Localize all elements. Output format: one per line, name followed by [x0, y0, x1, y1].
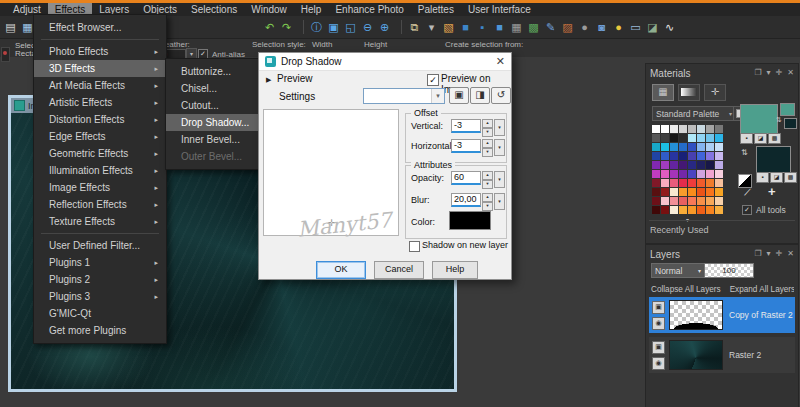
- gradient-style-icon[interactable]: ◪: [770, 172, 783, 183]
- materials-panel-titlebar[interactable]: Materials ❐ ▾ ✛ ✕: [646, 64, 798, 80]
- color-swatch[interactable]: [688, 152, 696, 160]
- layers-link-collapse-all-layers[interactable]: Collapse All Layers: [651, 285, 721, 294]
- menu-item-get-more-plugins[interactable]: Get more Plugins: [34, 322, 166, 339]
- color-swatch[interactable]: [688, 134, 696, 142]
- color-swatch[interactable]: [679, 197, 687, 205]
- ok-button[interactable]: OK: [316, 261, 366, 279]
- menubar-item-selections[interactable]: Selections: [184, 3, 244, 16]
- color-swatch[interactable]: [652, 206, 660, 214]
- color-swatch[interactable]: [652, 152, 660, 160]
- menu-item-image-effects[interactable]: Image Effects▸: [34, 179, 166, 196]
- menu-item-photo-effects[interactable]: Photo Effects▸: [34, 43, 166, 60]
- color-swatch[interactable]: [670, 179, 678, 187]
- gradient-style-icon[interactable]: ◪: [754, 133, 767, 144]
- color-swatch[interactable]: [715, 152, 723, 160]
- color-swatch[interactable]: [715, 179, 723, 187]
- color-swatch[interactable]: [679, 188, 687, 196]
- add-swatch-icon[interactable]: +: [768, 184, 776, 199]
- background-material-swatch[interactable]: [756, 146, 791, 173]
- signature-icon[interactable]: ∿: [662, 19, 677, 35]
- color-swatch[interactable]: [697, 161, 705, 169]
- color-swatch[interactable]: [670, 206, 678, 214]
- preview-expander-icon[interactable]: ▶: [266, 76, 271, 84]
- color-swatch[interactable]: [697, 179, 705, 187]
- diagonal-image-icon[interactable]: ◪: [645, 19, 660, 35]
- color-swatch[interactable]: [652, 143, 660, 151]
- vertical-value[interactable]: -3: [451, 119, 481, 133]
- submenu-item-buttonize[interactable]: Buttonize...: [166, 63, 259, 80]
- color-swatch[interactable]: [661, 206, 669, 214]
- color-swatch[interactable]: [688, 197, 696, 205]
- color-swatch[interactable]: [679, 161, 687, 169]
- color-swatch[interactable]: [706, 188, 714, 196]
- all-tools-option[interactable]: ✓ All tools: [742, 205, 786, 215]
- zoom-out-icon[interactable]: ⊖: [360, 19, 375, 35]
- color-swatch[interactable]: [706, 206, 714, 214]
- slider-dropdown-icon[interactable]: ▾: [494, 139, 505, 156]
- gray-image-icon[interactable]: ▦: [509, 19, 524, 35]
- color-swatch[interactable]: [670, 197, 678, 205]
- color-style-icon[interactable]: ▪: [756, 172, 769, 183]
- fit-image-icon[interactable]: ◱: [343, 19, 358, 35]
- effect-preview-pane[interactable]: ✛: [263, 109, 399, 236]
- color-swatch[interactable]: [715, 188, 723, 196]
- photo-icon[interactable]: ▧: [441, 19, 456, 35]
- shadow-on-new-layer-checkbox[interactable]: [409, 241, 420, 252]
- color-swatch[interactable]: [670, 152, 678, 160]
- color-swatch[interactable]: [679, 143, 687, 151]
- color-swatch[interactable]: [652, 197, 660, 205]
- color-swatch[interactable]: [688, 206, 696, 214]
- color-swatch[interactable]: [715, 134, 723, 142]
- menu-item-art-media-effects[interactable]: Art Media Effects▸: [34, 77, 166, 94]
- color-swatch[interactable]: [706, 125, 714, 133]
- color-swatch[interactable]: [652, 134, 660, 142]
- color-swatch[interactable]: [670, 188, 678, 196]
- image-information-icon[interactable]: ▣: [326, 19, 341, 35]
- color-swatch[interactable]: [715, 161, 723, 169]
- menubar-item-palettes[interactable]: Palettes: [411, 3, 461, 16]
- layer-type-icon[interactable]: ▣: [652, 301, 665, 314]
- blend-mode-select[interactable]: Normal ▾: [651, 263, 705, 278]
- color-swatch[interactable]: [652, 161, 660, 169]
- color-swatch[interactable]: [679, 125, 687, 133]
- info-icon[interactable]: ⓘ: [309, 19, 324, 35]
- green-image-icon[interactable]: ▩: [526, 19, 541, 35]
- horizontal-value[interactable]: -3: [451, 139, 481, 153]
- cancel-button[interactable]: Cancel: [374, 261, 424, 279]
- layers-panel-titlebar[interactable]: Layers ❐ ▾ ✛ ✕: [646, 245, 798, 261]
- help-button[interactable]: Help: [432, 261, 478, 279]
- color-swatch[interactable]: [670, 143, 678, 151]
- color-swatch[interactable]: [661, 179, 669, 187]
- color-swatch[interactable]: [706, 170, 714, 178]
- slider-dropdown-icon[interactable]: ▾: [494, 171, 505, 188]
- redo-icon[interactable]: ↷: [279, 19, 294, 35]
- color-swatch[interactable]: [715, 197, 723, 205]
- blur-value[interactable]: 20,00: [451, 193, 481, 207]
- submenu-item-inner-bevel[interactable]: Inner Bevel...: [166, 131, 259, 148]
- color-swatch[interactable]: [688, 161, 696, 169]
- color-swatch[interactable]: [670, 134, 678, 142]
- reset-to-default-button[interactable]: ↺: [491, 87, 511, 104]
- blue-canvas-2-icon[interactable]: ■: [492, 19, 507, 35]
- layer-type-icon[interactable]: ▣: [652, 341, 665, 354]
- pattern-style-icon[interactable]: ▩: [784, 172, 797, 183]
- color-swatch[interactable]: [697, 143, 705, 151]
- color-swatch[interactable]: [706, 161, 714, 169]
- swap-colors-icon[interactable]: ⇅: [776, 116, 782, 124]
- close-icon[interactable]: ✕: [496, 55, 505, 68]
- menubar-item-enhance-photo[interactable]: Enhance Photo: [328, 3, 410, 16]
- menu-item-geometric-effects[interactable]: Geometric Effects▸: [34, 145, 166, 162]
- color-swatch[interactable]: [697, 170, 705, 178]
- portrait-icon[interactable]: ◙: [594, 19, 609, 35]
- color-swatch[interactable]: [679, 179, 687, 187]
- menu-item-reflection-effects[interactable]: Reflection Effects▸: [34, 196, 166, 213]
- save-preset-button[interactable]: ▣: [449, 87, 469, 104]
- color-swatch[interactable]: [715, 206, 723, 214]
- color-swatch[interactable]: [688, 170, 696, 178]
- menubar-item-user-interface[interactable]: User Interface: [461, 3, 538, 16]
- color-swatch[interactable]: [661, 143, 669, 151]
- color-swatch[interactable]: [652, 188, 660, 196]
- maximize-icon[interactable]: ❐: [754, 249, 761, 259]
- monitor-icon[interactable]: ▭: [628, 19, 643, 35]
- color-swatch[interactable]: [688, 125, 696, 133]
